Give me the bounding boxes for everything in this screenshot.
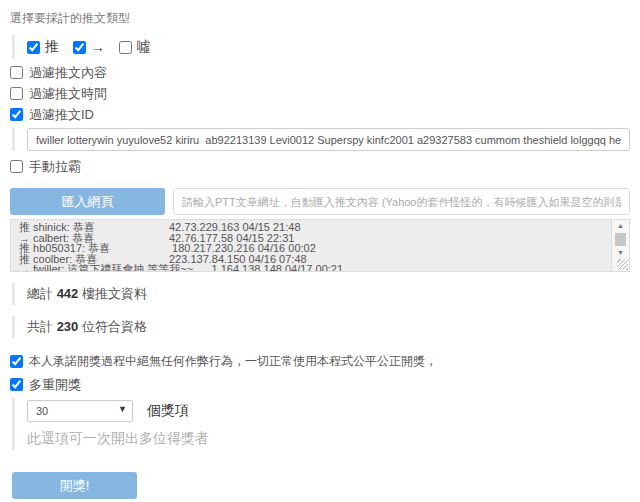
prize-count-select-wrap: 30 ▼ <box>27 400 133 422</box>
qualified-count-suffix: 位符合資格 <box>82 319 147 334</box>
manual-slot-checkbox[interactable] <box>10 160 23 173</box>
filter-id-checkbox[interactable] <box>10 108 23 121</box>
push-type-option[interactable]: 噓 <box>119 38 151 56</box>
push-comment-line: 推 shinick: 恭喜 42.73.229.163 04/15 21:48 <box>19 222 605 233</box>
push-comment-meta: 42.73.229.163 04/15 21:48 <box>169 222 301 233</box>
id-filter-indent <box>12 128 630 151</box>
filter-time-label: 過濾推文時間 <box>29 86 107 101</box>
manual-slot-row[interactable]: 手動拉霸 <box>10 159 630 174</box>
push-type-option[interactable]: 推 <box>27 38 59 56</box>
resize-grip-icon[interactable] <box>617 259 628 270</box>
fairness-agreement-row[interactable]: 本人承諾開獎過程中絕無任何作弊行為，一切正常使用本程式公平公正開獎， <box>10 354 630 369</box>
push-type-checkbox[interactable] <box>119 41 132 54</box>
push-type-checkbox[interactable] <box>27 41 40 54</box>
fairness-agreement-label: 本人承諾開獎過程中絕無任何作弊行為，一切正常使用本程式公平公正開獎， <box>29 354 437 369</box>
multi-draw-row[interactable]: 多重開獎 <box>10 377 630 392</box>
total-pushes-prefix: 總計 <box>27 286 53 301</box>
filter-id-row[interactable]: 過濾推文ID <box>10 107 630 122</box>
multi-draw-label: 多重開獎 <box>29 377 81 392</box>
qualified-count-line: 共計 230 位符合資格 <box>12 316 630 338</box>
push-comment-line: 推 hb050317: 恭喜 180.217.230.216 04/16 00:… <box>19 243 605 254</box>
manual-slot-label: 手動拉霸 <box>29 159 81 174</box>
prize-count-note: 此選項可一次開出多位得獎者 <box>27 430 630 448</box>
prize-count-suffix-label: 個獎項 <box>147 402 189 420</box>
qualified-count-prefix: 共計 <box>27 319 53 334</box>
push-comment-meta: 1.164.138.148 04/17 00:21 <box>193 264 343 272</box>
push-type-label: → <box>91 39 105 55</box>
scroll-down-icon[interactable]: ▼ <box>612 247 629 259</box>
filter-time-row[interactable]: 過濾推文時間 <box>10 86 630 101</box>
push-comment-box[interactable]: 推 shinick: 恭喜 42.73.229.163 04/15 21:48 … <box>10 219 630 272</box>
push-type-label: 噓 <box>137 38 151 56</box>
filter-time-checkbox[interactable] <box>10 87 23 100</box>
filter-content-checkbox[interactable] <box>10 66 23 79</box>
filter-content-row[interactable]: 過濾推文內容 <box>10 65 630 80</box>
prize-count-block: 30 ▼ 個獎項 此選項可一次開出多位得獎者 <box>12 398 630 450</box>
push-type-checkbox[interactable] <box>73 41 86 54</box>
prize-count-select[interactable]: 30 <box>27 400 133 422</box>
push-type-option[interactable]: → <box>73 39 105 55</box>
total-pushes-line: 總計 442 樓推文資料 <box>12 283 630 305</box>
fairness-agreement-checkbox[interactable] <box>10 355 23 368</box>
total-pushes-suffix: 樓推文資料 <box>82 286 147 301</box>
multi-draw-checkbox[interactable] <box>10 378 23 391</box>
lottery-tool-page: 選擇要採計的推文類型 推 → 噓 過濾推文內容 過濾推文時間 過濾推文 <box>0 0 640 502</box>
push-comment-line: → fwiller: 這篇下禮拜會抽 等等我~~ 1.164.138.148 0… <box>19 264 605 272</box>
push-type-options: 推 → 噓 <box>12 35 630 59</box>
draw-button[interactable]: 開獎! <box>12 472 137 499</box>
import-row: 匯入網頁 <box>10 188 630 215</box>
import-page-button[interactable]: 匯入網頁 <box>10 188 165 215</box>
article-url-input[interactable] <box>173 188 630 215</box>
push-type-section-title: 選擇要採計的推文類型 <box>10 10 630 27</box>
push-comment-user: 推 shinick: 恭喜 <box>19 222 169 233</box>
qualified-count-value: 230 <box>57 319 79 334</box>
total-pushes-value: 442 <box>57 286 79 301</box>
push-comment-lines: 推 shinick: 恭喜 42.73.229.163 04/15 21:48 … <box>11 220 629 272</box>
scroll-up-icon[interactable]: ▲ <box>612 220 629 232</box>
filter-content-label: 過濾推文內容 <box>29 65 107 80</box>
filter-id-label: 過濾推文ID <box>29 107 94 122</box>
id-filter-input[interactable] <box>27 128 630 151</box>
scrollbar-thumb[interactable] <box>615 233 626 246</box>
push-comment-user: → fwiller: 這篇下禮拜會抽 等等我~~ <box>19 264 193 272</box>
push-type-label: 推 <box>45 38 59 56</box>
